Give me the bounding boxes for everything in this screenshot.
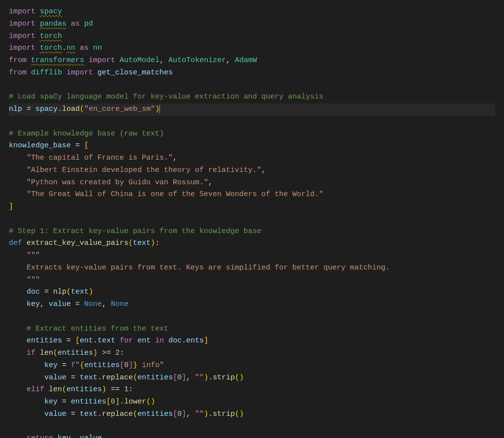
code-token: ] <box>128 361 133 370</box>
code-token <box>49 288 53 296</box>
code-line[interactable]: value = text.replace(entities[0], "").st… <box>9 408 495 421</box>
code-line[interactable]: """ <box>9 250 495 262</box>
code-line[interactable]: entities = [ent.text for ent in doc.ents… <box>9 335 495 347</box>
code-token: value <box>44 373 66 382</box>
code-token: knowledge_base <box>9 141 71 150</box>
code-line[interactable]: knowledge_base = [ <box>9 140 495 152</box>
code-token: . <box>97 373 102 382</box>
code-line[interactable]: "Python was created by Guido van Rossum.… <box>9 177 495 189</box>
code-token: } <box>133 361 137 370</box>
code-line[interactable]: from difflib import get_close_matches <box>9 67 495 79</box>
code-line[interactable]: import torch <box>9 31 495 43</box>
code-line[interactable]: import torch.nn as nn <box>9 42 495 55</box>
code-line[interactable]: return key, value <box>9 433 495 438</box>
code-line[interactable]: # Example knowledge base (raw text) <box>9 128 495 140</box>
code-token <box>120 385 124 394</box>
code-line[interactable]: "Albert Einstein developed the theory of… <box>9 165 495 177</box>
code-token <box>22 105 27 113</box>
code-token: difflib <box>31 68 62 77</box>
code-token: # Extract entities from the text <box>27 325 168 333</box>
code-line[interactable] <box>9 116 495 128</box>
code-token <box>9 288 27 296</box>
code-line[interactable]: "The capital of France is Paris.", <box>9 152 495 165</box>
code-token: " <box>75 361 80 370</box>
code-token: ( <box>80 105 84 113</box>
code-token: ] <box>9 202 13 211</box>
code-token: entities <box>137 410 173 418</box>
code-token: None <box>84 300 102 308</box>
code-token: nlp <box>53 288 66 296</box>
text-cursor <box>159 105 160 113</box>
code-token: ( <box>235 373 239 382</box>
code-line[interactable]: doc = nlp(text) <box>9 286 495 299</box>
code-line[interactable]: if len(entities) >= 2: <box>9 347 495 360</box>
code-token: def <box>9 239 22 247</box>
code-token: if <box>27 349 35 357</box>
code-token: import <box>9 32 35 40</box>
code-line[interactable]: import spacy <box>9 6 495 18</box>
code-token: # Load spaCy language model for key-valu… <box>9 93 323 101</box>
code-token: 0 <box>111 398 115 406</box>
code-token: ) <box>151 398 155 406</box>
code-token: from <box>9 68 27 77</box>
code-token <box>71 300 75 308</box>
code-token: ( <box>53 349 58 357</box>
code-token <box>62 68 66 77</box>
code-line[interactable]: """ <box>9 274 495 287</box>
code-token: >= <box>102 349 111 357</box>
code-token: torch <box>40 44 62 52</box>
code-token: pd <box>84 20 93 28</box>
code-token: entities <box>84 361 120 370</box>
code-token: doc <box>168 337 182 345</box>
code-token <box>58 398 62 406</box>
code-token: : <box>155 239 159 247</box>
code-line[interactable]: Extracts key-value pairs from text. Keys… <box>9 262 495 274</box>
code-token <box>115 337 120 345</box>
code-token <box>9 349 27 357</box>
code-line[interactable] <box>9 79 495 92</box>
code-line[interactable] <box>9 311 495 323</box>
code-line[interactable]: nlp = spacy.load("en_core_web_sm") <box>9 103 495 116</box>
code-token: 0 <box>177 373 182 382</box>
code-token <box>66 373 71 382</box>
code-token: ] <box>182 373 186 382</box>
code-token: strip <box>213 373 235 382</box>
code-token: ] <box>204 337 208 345</box>
code-line[interactable]: import pandas as pd <box>9 18 495 31</box>
code-token: , <box>173 154 177 162</box>
code-token: spacy <box>35 105 58 113</box>
code-line[interactable]: "The Great Wall of China is one of the S… <box>9 189 495 201</box>
code-line[interactable]: value = text.replace(entities[0], "").st… <box>9 372 495 384</box>
code-line[interactable]: # Step 1: Extract key-value pairs from t… <box>9 226 495 238</box>
code-line[interactable] <box>9 213 495 226</box>
code-token: entities <box>66 385 102 394</box>
code-token: key <box>44 361 58 370</box>
code-editor[interactable]: import spacyimport pandas as pdimport to… <box>9 6 495 438</box>
code-line[interactable] <box>9 421 495 433</box>
code-line[interactable]: elif len(entities) == 1: <box>9 384 495 396</box>
code-line[interactable]: # Load spaCy language model for key-valu… <box>9 91 495 103</box>
code-line[interactable]: # Extract entities from the text <box>9 323 495 336</box>
code-token: import <box>9 44 35 52</box>
code-token <box>35 32 40 40</box>
code-token <box>75 44 80 52</box>
code-token: len <box>40 349 53 357</box>
code-line[interactable]: ] <box>9 201 495 213</box>
code-token: "en_core_web_sm" <box>84 105 155 113</box>
code-token: text <box>80 410 97 418</box>
code-token: [ <box>106 398 111 406</box>
code-token <box>9 166 27 174</box>
code-token: AdamW <box>235 56 257 65</box>
code-line[interactable]: key = f"{entities[0]} info" <box>9 360 495 372</box>
code-line[interactable]: key, value = None, None <box>9 299 495 311</box>
code-line[interactable]: key = entities[0].lower() <box>9 396 495 408</box>
code-line[interactable]: def extract_key_value_pairs(text): <box>9 237 495 250</box>
code-line[interactable]: from transformers import AutoModel, Auto… <box>9 55 495 67</box>
code-token <box>9 300 27 308</box>
code-token <box>9 178 27 187</box>
code-token: "" <box>195 410 204 418</box>
code-token: = <box>75 300 80 308</box>
code-token <box>35 7 40 16</box>
code-token: Extracts key-value pairs from text. Keys… <box>9 264 390 272</box>
code-token: key <box>27 300 40 308</box>
